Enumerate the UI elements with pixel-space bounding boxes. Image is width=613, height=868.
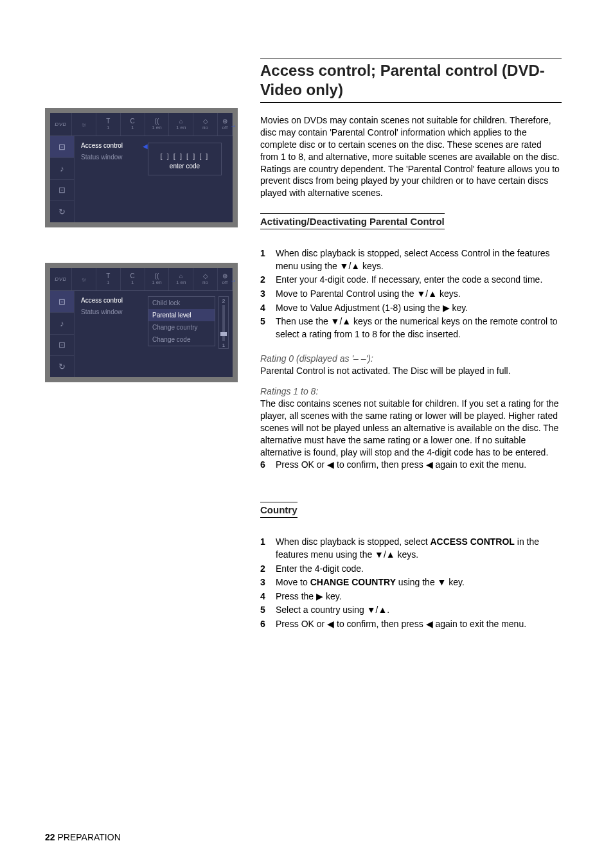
activating-steps-list: 1When disc playback is stopped, select A… [260,247,562,341]
dvd-logo: DVD [55,121,66,127]
submenu-change-country: Change country [148,321,215,333]
arrow-right-icon: → [230,122,236,129]
submenu-parental-level: Parental level [148,309,215,321]
country-steps-list: 1When disc playback is stopped, select A… [260,536,562,630]
arrow-right-icon: → [230,277,236,284]
subheading-country: Country [260,502,298,518]
osd-menu-access-control: Access control [78,295,140,306]
subtitle-icon: ⊡ [50,335,74,357]
music-icon: ♪ [50,313,74,335]
arrow-left-icon: ◀ [143,143,148,150]
osd-slider: 2 1 [218,296,229,349]
osd-header: DVD ☼ T1 C1 ((1 en ⌂1 en ◇no ⊕off [50,268,233,291]
osd-sidebar: ⊡ ♪ ⊡ ↻ [50,136,75,222]
osd-sidebar: ⊡ ♪ ⊡ ↻ [50,291,75,377]
rating0-text: Parental Control is not activated. The D… [260,365,562,377]
settings-icon: ↻ [50,356,74,377]
submenu-child-lock: Child lock [148,297,215,309]
rating0-label: Rating 0 (displayed as '– –'): [260,353,562,364]
film-icon: ⊡ [50,136,74,158]
settings-icon: ↻ [50,201,74,222]
osd-screenshot-parental: → DVD ☼ T1 C1 ((1 en ⌂1 en ◇no ⊕off ⊡ ♪ … [45,263,238,382]
osd-code-box: [ ] [ ] [ ] [ ] enter code [148,143,222,175]
ratings18-text: The disc contains scenes not suitable fo… [260,398,562,458]
dvd-logo: DVD [55,276,66,282]
main-heading: Access control; Parental control (DVD-Vi… [260,58,562,103]
page-footer: 22 PREPARATION [45,832,121,842]
submenu-change-code: Change code [148,333,215,346]
subtitle-icon: ⊡ [50,180,74,202]
ratings18-label: Ratings 1 to 8: [260,386,562,396]
osd-menu-status-window: Status window [78,306,140,317]
osd-menu-status-window: Status window [78,152,140,163]
film-icon: ⊡ [50,291,74,313]
osd-header: DVD ☼ T1 C1 ((1 en ⌂1 en ◇no ⊕off [50,113,233,136]
osd-menu-access-control: Access control [78,140,140,151]
intro-paragraph: Movies on DVDs may contain scenes not su… [260,114,562,199]
osd-submenu: Child lock Parental level Change country… [148,296,215,346]
music-icon: ♪ [50,158,74,180]
osd-screenshot-access: → DVD ☼ T1 C1 ((1 en ⌂1 en ◇no ⊕off ⊡ ♪ … [45,108,238,227]
subheading-activating: Activating/Deactivating Parental Control [260,213,445,229]
